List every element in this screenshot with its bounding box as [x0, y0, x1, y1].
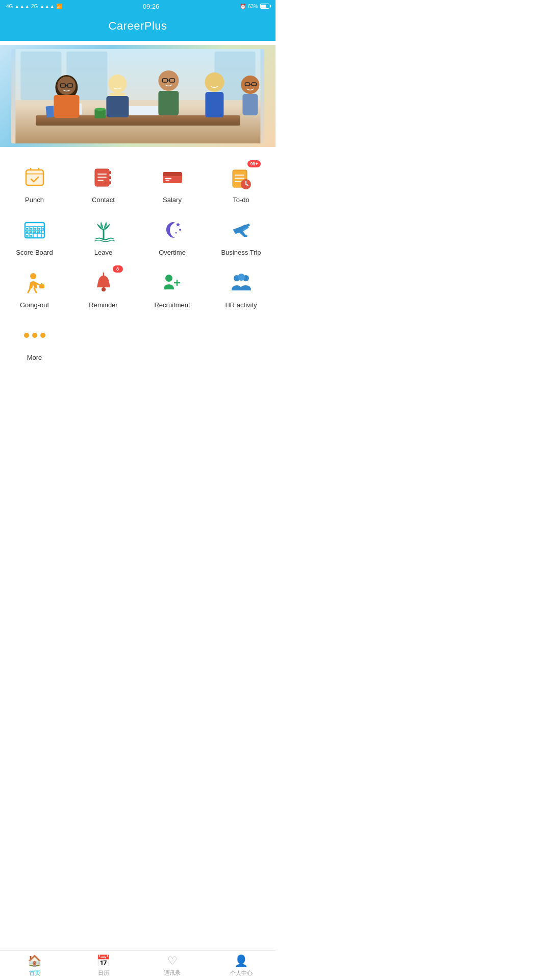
grid-item-scoreboard[interactable]: Score Board: [0, 209, 69, 261]
hr-activity-icon-wrap: [227, 268, 256, 297]
punch-icon: [23, 166, 46, 189]
overtime-label: Overtime: [159, 249, 186, 256]
overtime-icon-wrap: [158, 216, 187, 244]
grid-item-overtime[interactable]: Overtime: [138, 209, 207, 261]
app-grid: Punch Contact: [0, 151, 276, 372]
signal-bars: ▲▲▲: [14, 4, 30, 9]
signal-info: 4G ▲▲▲ 2G ▲▲▲ 📶: [6, 4, 62, 9]
reminder-label: Reminder: [89, 301, 117, 309]
alarm-icon: ⏰: [240, 4, 246, 9]
business-trip-icon-wrap: [227, 216, 256, 244]
svg-point-81: [30, 273, 36, 279]
svg-point-68: [34, 228, 36, 230]
svg-point-31: [94, 108, 106, 111]
leave-icon-wrap: [89, 216, 118, 244]
svg-point-89: [165, 275, 172, 282]
dot2: [32, 333, 37, 338]
svg-point-87: [102, 287, 106, 291]
signal-bars2: ▲▲▲: [39, 4, 55, 9]
svg-point-74: [38, 231, 40, 233]
grid-item-hr-activity[interactable]: HR activity: [207, 261, 276, 314]
overtime-icon: [161, 218, 184, 242]
todo-icon-wrap: 99+: [227, 163, 256, 192]
network-type: 4G: [6, 4, 13, 9]
reminder-icon: [92, 271, 115, 295]
svg-rect-40: [109, 176, 111, 179]
svg-rect-32: [26, 170, 43, 185]
svg-rect-83: [39, 284, 44, 288]
svg-point-69: [38, 228, 40, 230]
salary-label: Salary: [163, 196, 182, 204]
svg-rect-26: [242, 94, 258, 115]
banner: [0, 45, 276, 147]
more-dots: [24, 333, 45, 338]
svg-point-18: [158, 70, 179, 91]
svg-point-76: [30, 235, 32, 237]
scoreboard-label: Score Board: [16, 249, 53, 256]
grid-item-business-trip[interactable]: Business Trip: [207, 209, 276, 261]
grid-item-todo[interactable]: 99+ To-do: [207, 156, 276, 209]
wifi-icon: 📶: [56, 4, 62, 9]
todo-label: To-do: [233, 196, 249, 204]
svg-point-15: [108, 75, 127, 93]
more-icon-wrap: [20, 321, 49, 350]
grid-item-salary[interactable]: Salary: [138, 156, 207, 209]
grid-item-contact[interactable]: Contact: [69, 156, 138, 209]
svg-point-79: [179, 229, 181, 231]
battery-info: ⏰ 63%: [240, 4, 269, 9]
grid-item-leave[interactable]: Leave: [69, 209, 138, 261]
svg-rect-34: [26, 173, 43, 175]
app-header: CareerPlus: [0, 12, 276, 41]
svg-line-86: [34, 288, 36, 292]
more-label: More: [27, 354, 42, 361]
punch-icon-wrap: [20, 163, 49, 192]
dot3: [40, 333, 45, 338]
going-out-label: Going-out: [20, 301, 49, 309]
banner-image: [11, 49, 265, 143]
salary-icon: [161, 166, 184, 189]
dot1: [24, 333, 29, 338]
contact-icon-wrap: [89, 163, 118, 192]
grid-item-going-out[interactable]: Going-out: [0, 261, 69, 314]
svg-point-80: [175, 232, 177, 234]
salary-icon-wrap: [158, 163, 187, 192]
going-out-icon-wrap: [20, 268, 49, 297]
leave-label: Leave: [94, 249, 112, 256]
recruitment-icon: [161, 271, 184, 295]
svg-line-85: [28, 288, 30, 292]
going-out-icon: [23, 271, 46, 295]
battery-icon: [260, 4, 269, 9]
svg-rect-19: [158, 91, 179, 115]
business-trip-icon: [230, 218, 253, 242]
business-trip-label: Business Trip: [221, 249, 261, 256]
svg-point-72: [30, 231, 32, 233]
punch-label: Punch: [25, 196, 44, 204]
svg-rect-11: [54, 95, 79, 118]
hr-activity-label: HR activity: [225, 301, 257, 309]
contact-label: Contact: [92, 196, 115, 204]
reminder-icon-wrap: 8: [89, 268, 118, 297]
grid-item-recruitment[interactable]: Recruitment: [138, 261, 207, 314]
svg-rect-17: [106, 96, 129, 117]
hr-activity-icon: [230, 271, 253, 295]
svg-point-71: [26, 231, 28, 233]
main-content: Punch Contact: [0, 45, 276, 407]
svg-rect-2: [20, 52, 61, 100]
recruitment-label: Recruitment: [154, 301, 190, 309]
contact-icon: [92, 166, 115, 189]
app-title: CareerPlus: [108, 19, 167, 32]
todo-icon: [230, 166, 253, 189]
reminder-badge: 8: [113, 265, 123, 273]
svg-rect-39: [109, 171, 111, 174]
network-type2: 2G: [31, 4, 38, 9]
svg-rect-41: [109, 181, 111, 184]
svg-point-70: [42, 228, 44, 230]
svg-rect-47: [163, 174, 182, 176]
svg-point-66: [26, 228, 28, 230]
status-bar: 4G ▲▲▲ 2G ▲▲▲ 📶 09:26 ⏰ 63%: [0, 0, 276, 12]
svg-point-94: [238, 274, 245, 281]
grid-item-reminder[interactable]: 8 Reminder: [69, 261, 138, 314]
grid-item-punch[interactable]: Punch: [0, 156, 69, 209]
svg-rect-24: [205, 92, 223, 117]
grid-item-more[interactable]: More: [0, 314, 69, 366]
